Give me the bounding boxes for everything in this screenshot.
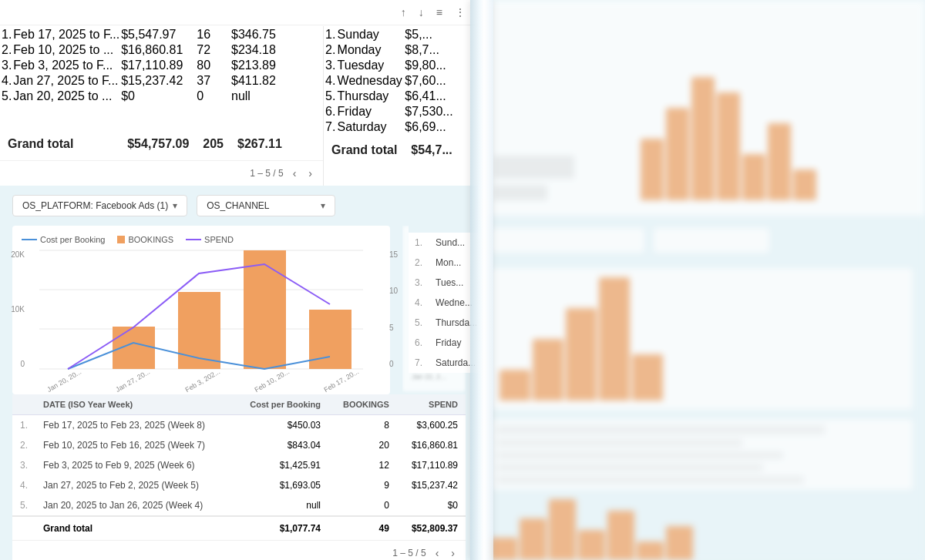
- toolbar: ↑ ↓ ≡ ⋮: [0, 0, 478, 25]
- fold-overlay: [470, 0, 493, 560]
- chevron-down-icon: ▾: [173, 200, 177, 211]
- x-label: Jan 27, 20...: [115, 368, 152, 394]
- filter-bar: OS_PLATFORM: Facebook Ads (1) ▾ OS_CHANN…: [0, 186, 478, 226]
- chart-area: 20K 10K 0 15 10 5 0: [28, 250, 375, 385]
- grand-total-bookings: 49: [328, 516, 397, 540]
- grand-total-row: Grand total $1,077.74 49 $52,809.37: [12, 516, 466, 540]
- table-row: 2. Feb 10, 2025 to Feb 16, 2025 (Week 7)…: [12, 435, 466, 455]
- platform-filter[interactable]: OS_PLATFORM: Facebook Ads (1) ▾: [12, 195, 187, 216]
- grand-total-revenue: $54,7...: [405, 136, 458, 165]
- pagination-text: 1 – 5 / 5: [250, 168, 283, 179]
- table-header: DATE (ISO Year Week) Cost per Booking BO…: [12, 394, 466, 415]
- col-spend: SPEND: [397, 394, 466, 415]
- table-row: 5. Jan 20, 2025 to Jan 26, 2025 (Week 4)…: [12, 495, 466, 516]
- x-label: Feb 3, 202...: [183, 367, 221, 394]
- bar-feb10: [244, 250, 286, 369]
- prev-page-button[interactable]: ‹: [432, 545, 442, 560]
- next-page-button[interactable]: ›: [448, 545, 458, 560]
- sort-desc-button[interactable]: ↓: [415, 5, 427, 20]
- bottom-pagination-text: 1 – 5 / 5: [392, 548, 426, 558]
- grand-total-revenue: $54,757.09: [121, 129, 195, 159]
- bookings-legend-box: [117, 236, 125, 243]
- blurred-top-area: [478, 0, 925, 216]
- top-tables: ↑ ↓ ≡ ⋮ 1. Feb 17, 2025 to F... $5,547.9…: [0, 0, 478, 186]
- table-row: 3. Feb 3, 2025 to Feb 9, 2025 (Week 6) $…: [12, 455, 466, 475]
- x-label: Feb 10, 20...: [253, 367, 291, 394]
- sort-asc-button[interactable]: ↑: [398, 5, 409, 20]
- blurred-bar-chart: [641, 77, 910, 200]
- cpb-cell: $346.75: [231, 28, 288, 42]
- table-row: 1. Feb 17, 2025 to Feb 23, 2025 (Week 8)…: [12, 415, 466, 436]
- table-row: 4. Jan 27, 2025 to F... $15,237.42 37 $4…: [2, 74, 288, 88]
- bottom-table-panel: DATE (ISO Year Week) Cost per Booking BO…: [12, 394, 466, 560]
- left-chart-panel: Cost per Booking BOOKINGS SPEND 20K 10K …: [12, 226, 390, 394]
- revenue-cell: $5,547.97: [121, 28, 195, 42]
- prev-page-button[interactable]: ‹: [290, 166, 300, 181]
- table-row: 5. Jan 20, 2025 to ... $0 0 null: [2, 89, 288, 103]
- chevron-down-icon: ▾: [321, 200, 325, 211]
- bottom-section: DATE (ISO Year Week) Cost per Booking BO…: [0, 394, 478, 560]
- chart-svg: [28, 250, 375, 370]
- grand-total-cpb: $1,077.74: [233, 516, 328, 540]
- platform-filter-label: OS_PLATFORM: Facebook Ads (1): [22, 200, 168, 211]
- table-row: 7. Saturday $6,69...: [325, 120, 459, 134]
- table-row: 3. Tuesday $9,80...: [325, 59, 459, 72]
- row-num: 1.: [2, 28, 12, 42]
- grand-total-label: Grand total: [2, 129, 119, 159]
- table-row: 1. Sunday $5,...: [325, 28, 459, 42]
- legend-bookings: BOOKINGS: [117, 235, 173, 244]
- x-label: Jan 20, 20...: [45, 368, 82, 394]
- grand-total-bookings: 205: [197, 129, 230, 159]
- menu-button[interactable]: ⋮: [452, 5, 469, 20]
- bar-feb3: [178, 292, 220, 369]
- table-row: 2. Feb 10, 2025 to ... $16,860.81 72 $23…: [2, 43, 288, 57]
- channel-filter-label: OS_CHANNEL: [207, 200, 269, 211]
- blurred-bottom-area: [478, 216, 925, 560]
- x-axis-labels: Jan 20, 20... Jan 27, 20... Feb 3, 202..…: [28, 377, 375, 385]
- partial-x-label: Jan 22, 2...: [412, 373, 456, 381]
- col-date: DATE (ISO Year Week): [35, 394, 233, 415]
- table-row: 1. Feb 17, 2025 to F... $5,547.97 16 $34…: [2, 28, 288, 42]
- chart-legend: Cost per Booking BOOKINGS SPEND: [22, 235, 381, 244]
- table-row: 6. Friday $7,530...: [325, 105, 459, 119]
- legend-cost-per-booking: Cost per Booking: [22, 235, 105, 244]
- filter-button[interactable]: ≡: [433, 5, 446, 20]
- charts-row: Cost per Booking BOOKINGS SPEND 20K 10K …: [0, 226, 478, 394]
- grand-total-label: Grand total: [325, 136, 403, 165]
- legend-spend-label: SPEND: [204, 235, 234, 244]
- y-axis-left: 20K 10K 0: [0, 250, 25, 368]
- bottom-pagination: 1 – 5 / 5 ‹ ›: [12, 540, 466, 560]
- legend-spend: SPEND: [186, 235, 234, 244]
- table-row: 5. Thursday $6,41...: [325, 89, 459, 103]
- bookings-cell: 16: [197, 28, 230, 42]
- top-left-table: 1. Feb 17, 2025 to F... $5,547.97 16 $34…: [0, 26, 324, 186]
- grand-total-spend: $52,809.37: [397, 516, 466, 540]
- table-row: 4. Jan 27, 2025 to Feb 2, 2025 (Week 5) …: [12, 475, 466, 495]
- y-axis-right: 15 10 5 0: [389, 250, 398, 368]
- x-label: Feb 17, 20...: [323, 367, 361, 394]
- legend-cost-label: Cost per Booking: [40, 235, 105, 244]
- spend-legend-line: [186, 239, 201, 240]
- grand-total-row: Grand total $54,757.09 205 $267.11: [2, 129, 288, 159]
- grand-total-label: Grand total: [35, 516, 233, 540]
- right-blurred-section: [478, 0, 925, 560]
- top-right-table: 1. Sunday $5,... 2. Monday $8,7... 3. Tu…: [324, 26, 478, 186]
- legend-bookings-label: BOOKINGS: [128, 235, 173, 244]
- channel-filter[interactable]: OS_CHANNEL ▾: [197, 195, 335, 216]
- cost-per-booking-legend-line: [22, 239, 37, 240]
- left-panel: ↑ ↓ ≡ ⋮ 1. Feb 17, 2025 to F... $5,547.9…: [0, 0, 478, 560]
- col-cpb: Cost per Booking: [233, 394, 328, 415]
- table-row: 3. Feb 3, 2025 to F... $17,110.89 80 $21…: [2, 59, 288, 72]
- table-row: 2. Monday $8,7...: [325, 43, 459, 57]
- next-page-button[interactable]: ›: [305, 166, 315, 181]
- date-cell: Feb 17, 2025 to F...: [13, 28, 119, 42]
- col-bookings: BOOKINGS: [328, 394, 397, 415]
- grand-total-row: Grand total $54,7...: [325, 136, 459, 165]
- grand-total-cpb: $267.11: [231, 129, 288, 159]
- table-row: 4. Wednesday $7,60...: [325, 74, 459, 88]
- pagination: 1 – 5 / 5 ‹ ›: [0, 160, 323, 186]
